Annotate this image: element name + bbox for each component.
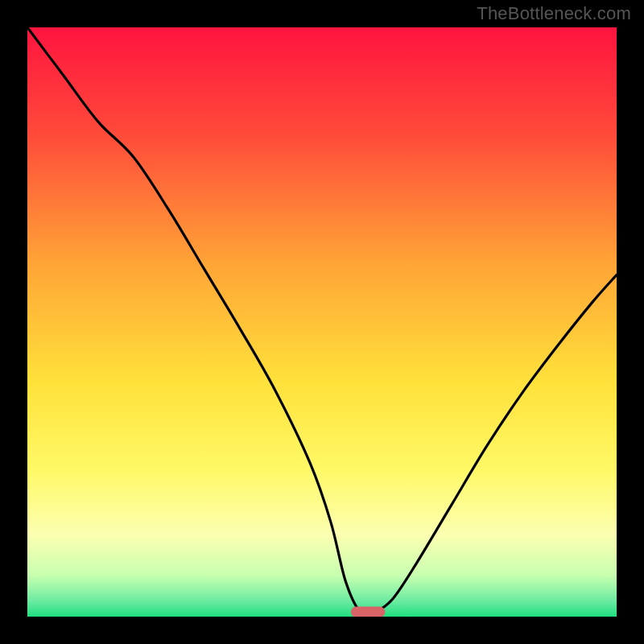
plot-background (27, 27, 617, 617)
watermark-label: TheBottleneck.com (477, 3, 631, 24)
chart-frame: TheBottleneck.com (0, 0, 644, 644)
bottleneck-chart (27, 27, 617, 617)
optimal-pill (351, 607, 385, 617)
